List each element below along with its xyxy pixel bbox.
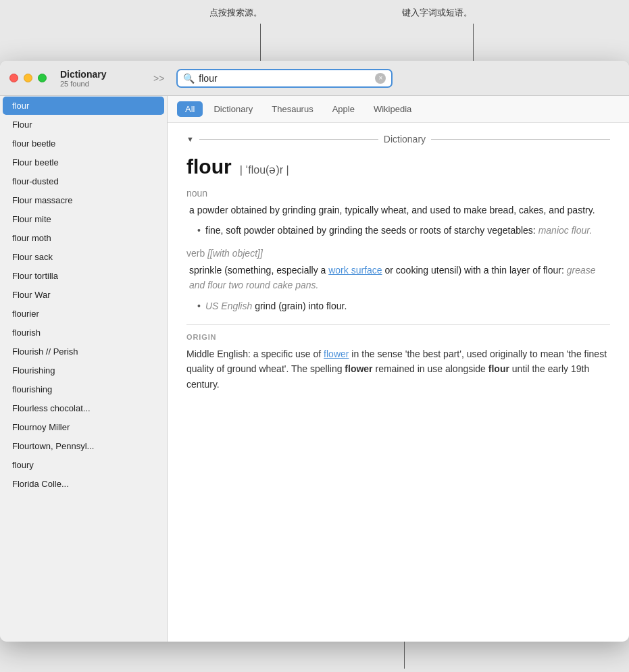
sidebar-item-3[interactable]: Flour beetle bbox=[3, 153, 164, 172]
tab-thesaurus[interactable]: Thesaurus bbox=[263, 101, 321, 117]
noun-definition: a powder obtained by grinding grain, typ… bbox=[189, 203, 610, 217]
divider-right bbox=[431, 139, 610, 140]
entry-header: flour | ˈflou(ə)r | bbox=[186, 155, 610, 181]
sidebar-item-10[interactable]: Flour War bbox=[3, 286, 164, 304]
verb-qualifier-2: US English bbox=[205, 301, 255, 311]
origin-pre: Middle English: a specific use of bbox=[186, 348, 321, 359]
sidebar-item-17[interactable]: Flournoy Miller bbox=[3, 418, 164, 436]
title-bar-center: Dictionary 25 found >> 🔍 × bbox=[60, 69, 620, 88]
noun-sub-definition: fine, soft powder obtained by grinding t… bbox=[197, 223, 610, 238]
tab-all[interactable]: All bbox=[177, 101, 203, 117]
sidebar-item-16[interactable]: Flourless chocolat... bbox=[3, 399, 164, 417]
top-annotation-area: 点按搜索源。 键入字词或短语。 bbox=[0, 0, 629, 61]
sidebar-item-15[interactable]: flourishing bbox=[3, 380, 164, 398]
search-input[interactable] bbox=[199, 73, 371, 84]
divider-left bbox=[199, 139, 378, 140]
pos-noun: noun bbox=[186, 188, 610, 199]
verb-definition-1: sprinkle (something, especially a work s… bbox=[189, 263, 610, 293]
bottom-annotation-area: 点按任意字词或短语 来查看其定义。 bbox=[0, 642, 629, 672]
sidebar-item-19[interactable]: floury bbox=[3, 456, 164, 474]
content-area: All Dictionary Thesaurus Apple Wikipedia… bbox=[168, 96, 629, 642]
annotation-search-source: 点按搜索源。 bbox=[209, 7, 262, 19]
verb-def-post: or cooking utensil) with a thin layer of… bbox=[384, 265, 563, 276]
verb-qualifier: [[with object]] bbox=[207, 248, 263, 259]
noun-example: manioc flour. bbox=[538, 225, 593, 236]
result-count: 25 found bbox=[60, 80, 141, 88]
search-bar[interactable]: 🔍 × bbox=[176, 69, 393, 88]
window-title: Dictionary bbox=[60, 69, 141, 80]
bottom-line bbox=[404, 642, 405, 669]
sidebar-item-2[interactable]: flour beetle bbox=[3, 134, 164, 153]
sidebar-item-flour[interactable]: flour bbox=[3, 97, 164, 115]
noun-sub-def-text: fine, soft powder obtained by grinding t… bbox=[205, 225, 536, 236]
flower-link[interactable]: flower bbox=[324, 348, 349, 359]
origin-bold-2: flour bbox=[488, 363, 509, 374]
sidebar-item-12[interactable]: flourish bbox=[3, 324, 164, 342]
sidebar-item-11[interactable]: flourier bbox=[3, 305, 164, 323]
annotation-line-left bbox=[260, 24, 261, 61]
section-title: Dictionary bbox=[384, 134, 426, 145]
filter-tabs: All Dictionary Thesaurus Apple Wikipedia bbox=[168, 96, 629, 123]
tab-wikipedia[interactable]: Wikipedia bbox=[366, 101, 420, 117]
app-window: Dictionary 25 found >> 🔍 × flour Flour f… bbox=[0, 61, 629, 642]
sidebar-item-8[interactable]: Flour sack bbox=[3, 248, 164, 266]
entry-word: flour bbox=[186, 155, 232, 178]
sidebar-item-20[interactable]: Florida Colle... bbox=[3, 475, 164, 493]
sidebar-item-14[interactable]: Flourishing bbox=[3, 361, 164, 380]
sidebar-item-18[interactable]: Flourtown, Pennsyl... bbox=[3, 437, 164, 455]
minimize-button[interactable] bbox=[24, 74, 32, 82]
tab-dictionary[interactable]: Dictionary bbox=[205, 101, 261, 117]
source-label: Dictionary 25 found bbox=[60, 69, 141, 88]
work-surface-link[interactable]: work surface bbox=[328, 265, 382, 276]
sidebar-item-9[interactable]: Flour tortilla bbox=[3, 267, 164, 285]
sidebar-item-6[interactable]: Flour mite bbox=[3, 210, 164, 228]
page-wrapper: 点按搜索源。 键入字词或短语。 Dictionary 25 found >> 🔍 bbox=[0, 0, 629, 672]
origin-bold-1: flower bbox=[345, 363, 372, 374]
section-triangle[interactable]: ▼ bbox=[186, 135, 194, 143]
pos-verb: verb [[with object]] bbox=[186, 248, 610, 259]
verb-section: verb [[with object]] sprinkle (something… bbox=[186, 248, 610, 313]
traffic-lights bbox=[9, 74, 47, 82]
origin-section: ORIGIN Middle English: a specific use of… bbox=[186, 324, 610, 392]
sidebar-item-1[interactable]: Flour bbox=[3, 115, 164, 134]
tab-apple[interactable]: Apple bbox=[324, 101, 363, 117]
title-bar: Dictionary 25 found >> 🔍 × bbox=[0, 61, 629, 96]
search-icon: 🔍 bbox=[183, 73, 195, 84]
pronunciation: | ˈflou(ə)r | bbox=[240, 163, 289, 176]
main-content: flour Flour flour beetle Flour beetle fl… bbox=[0, 96, 629, 642]
close-button[interactable] bbox=[9, 74, 18, 82]
annotation-line-right bbox=[473, 24, 474, 61]
sidebar-item-7[interactable]: flour moth bbox=[3, 229, 164, 247]
origin-label: ORIGIN bbox=[186, 333, 610, 341]
maximize-button[interactable] bbox=[38, 74, 47, 82]
verb-def-pre: sprinkle (something, especially a bbox=[189, 265, 326, 276]
sidebar: flour Flour flour beetle Flour beetle fl… bbox=[0, 96, 168, 642]
annotation-search-type: 键入字词或短语。 bbox=[402, 7, 472, 19]
chevron-icon[interactable]: >> bbox=[149, 73, 168, 84]
verb-label: verb bbox=[186, 248, 205, 259]
origin-post-2: remained in use alongside bbox=[375, 363, 485, 374]
sidebar-item-5[interactable]: Flour massacre bbox=[3, 191, 164, 209]
sidebar-item-4[interactable]: flour-dusted bbox=[3, 172, 164, 190]
section-header: ▼ Dictionary bbox=[186, 134, 610, 145]
sidebar-item-13[interactable]: Flourish // Perish bbox=[3, 342, 164, 361]
noun-def-text: a powder obtained by grinding grain, typ… bbox=[189, 205, 595, 215]
verb-def-2: grind (grain) into flour. bbox=[255, 301, 347, 311]
verb-sub-def: US English grind (grain) into flour. bbox=[197, 299, 610, 313]
dictionary-content: ▼ Dictionary flour | ˈflou(ə)r | noun a … bbox=[168, 123, 629, 642]
origin-text: Middle English: a specific use of flower… bbox=[186, 346, 610, 392]
clear-button[interactable]: × bbox=[375, 73, 386, 84]
